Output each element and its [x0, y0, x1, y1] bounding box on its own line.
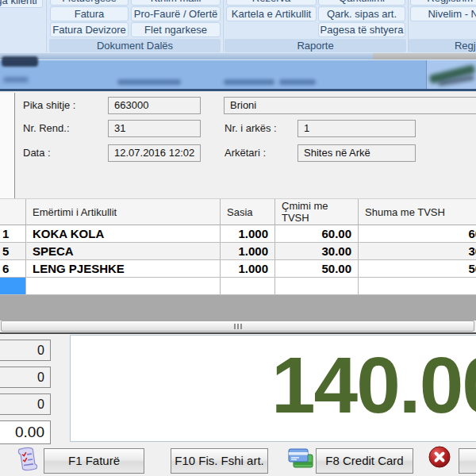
grid-header-qty[interactable]: Sasia: [221, 199, 275, 225]
grid-header-row: Emërtimi i Artikullit Sasia Çmimi me TVS…: [0, 199, 476, 225]
ribbon-button-kartela-artikullit[interactable]: Kartela e Artikullit: [226, 6, 317, 21]
items-grid: Emërtimi i Artikullit Sasia Çmimi me TVS…: [0, 198, 476, 295]
side-total-field-4[interactable]: 0.00: [0, 420, 51, 444]
table-row[interactable]: 5 SPECA 1.000 30.00 30.00: [0, 243, 476, 260]
ribbon-button-qark-sipas-art[interactable]: Qark. sipas art.: [318, 6, 405, 21]
f1-fature-button[interactable]: F1 Faturë: [44, 448, 144, 474]
side-total-field-1[interactable]: 0: [0, 340, 51, 361]
pika-shitje-field[interactable]: 663000: [108, 97, 201, 114]
grid-header-name[interactable]: Emërtimi i Artikullit: [26, 199, 221, 225]
nr-rend-label: Nr. Rend.:: [23, 120, 70, 137]
data-label: Data :: [23, 144, 51, 162]
close-icon[interactable]: [428, 445, 451, 469]
document-header-band: [0, 60, 476, 91]
grand-total-display: 140.00: [70, 335, 476, 442]
blurred-text-smudge: [117, 79, 181, 85]
ribbon-group-label-dokument-dales: Dokument Dalës: [49, 39, 221, 52]
data-field[interactable]: 12.07.2016 12:02: [108, 144, 201, 162]
splitter-grip-icon: [240, 324, 242, 329]
horizontal-splitter[interactable]: [1, 321, 474, 332]
ribbon-group-label-regjistr: Regjistr: [409, 39, 476, 52]
side-total-field-2[interactable]: 0: [0, 367, 51, 388]
nr-arkes-field[interactable]: 1: [298, 120, 416, 137]
ribbon-button-fatura-devizore[interactable]: Fatura Devizore: [50, 22, 129, 37]
panel-margin: [0, 93, 14, 198]
blurred-text-smudge: [279, 79, 316, 85]
partial-button[interactable]: [459, 448, 476, 474]
ribbon-button-fatura[interactable]: Fatura: [50, 6, 129, 21]
panel-edge-line: [14, 93, 15, 198]
arketari-label: Arkëtari :: [225, 144, 266, 162]
blurred-text-smudge: [3, 77, 29, 83]
credit-cards-icon[interactable]: [287, 446, 314, 471]
arketari-field[interactable]: Shites në Arkë: [298, 144, 416, 162]
table-row-new[interactable]: [0, 278, 476, 295]
panel-divider-line: [0, 332, 476, 334]
ribbon-button-kthim-malli[interactable]: Kthim malli: [131, 0, 221, 6]
ribbon-group-separator: [45, 0, 47, 52]
window-edge-strip: [373, 53, 476, 60]
grid-header-price[interactable]: Çmimi me TVSH: [275, 199, 359, 225]
ribbon-button-pro-faure[interactable]: Pro-Faurë / Ofertë: [131, 6, 221, 21]
ribbon-toolbar: ga klienti Fletdërgese Fatura Fatura Dev…: [0, 0, 476, 53]
invoice-checklist-icon[interactable]: [14, 444, 41, 474]
window-edge-strip: [0, 53, 373, 60]
table-row[interactable]: 1 KOKA KOLA 1.000 60.00 60.00: [0, 225, 476, 243]
selected-row-indicator: [0, 278, 26, 294]
ribbon-group-label-raporte: Raporte: [225, 39, 406, 52]
ribbon-button-regjistrim[interactable]: Regjistrim Ko: [410, 0, 476, 6]
ribbon-button-rezerva[interactable]: Rezerva: [226, 0, 317, 6]
grid-header-rownum[interactable]: [0, 199, 26, 225]
pika-shitje-label: Pika shitje :: [23, 97, 75, 114]
splitter-grip-icon: [237, 324, 239, 329]
ribbon-button-nivelim[interactable]: Nivelim - Ndr: [410, 6, 476, 21]
ribbon-button-qarkullimi[interactable]: Qarkullimi: [318, 0, 405, 6]
side-total-field-3[interactable]: 0: [0, 393, 51, 415]
pos-window: ga klienti Fletdërgese Fatura Fatura Dev…: [0, 0, 476, 476]
pika-shitje-name-field[interactable]: Brioni: [224, 97, 476, 114]
f10-fshi-art-button[interactable]: F10 Fis. Fshi art.: [171, 448, 268, 474]
ribbon-button-klienti[interactable]: ga klienti: [0, 0, 43, 8]
ribbon-group-separator: [222, 0, 224, 52]
blurred-text-smudge: [2, 56, 38, 67]
nr-arkes-label: Nr. i arkës :: [225, 120, 277, 137]
ribbon-button-fletdergese[interactable]: Fletdërgese: [50, 0, 129, 6]
grid-background-gap: [0, 295, 476, 321]
nr-rend-field[interactable]: 31: [108, 120, 201, 137]
ribbon-button-pagesa-shtyera[interactable]: Pagesa të shtyera: [318, 22, 405, 37]
blurred-text-smudge: [224, 79, 274, 85]
f8-credit-card-button[interactable]: F8 Credit Card: [316, 448, 413, 474]
grand-total-value: 140.00: [271, 344, 476, 426]
ribbon-button-flet-ngarkese[interactable]: Flet ngarkese: [131, 22, 221, 37]
splitter-grip-icon: [234, 324, 236, 329]
grid-header-sum[interactable]: Shuma me TVSH: [359, 199, 476, 225]
table-row[interactable]: 6 LENG PJESHKE 1.000 50.00 50.00: [0, 260, 476, 278]
